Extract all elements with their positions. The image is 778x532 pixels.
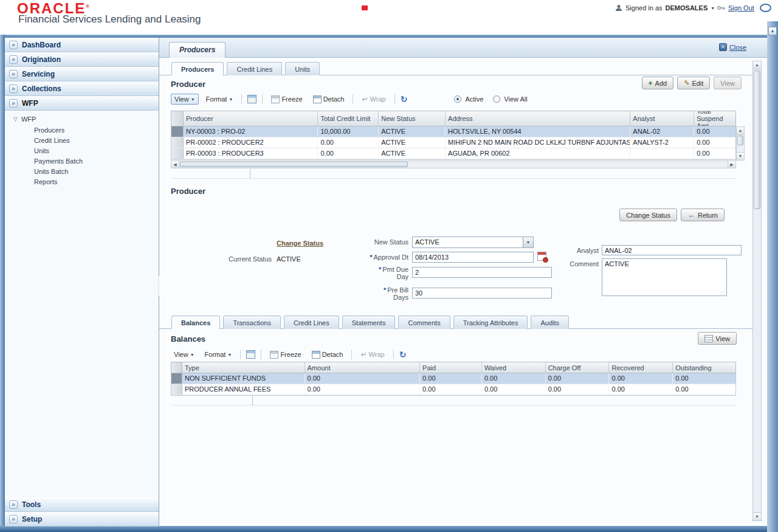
sign-out-button[interactable]: Sign Out: [717, 4, 754, 12]
grid-vertical-scrollbar[interactable]: ▲ ▼: [736, 126, 745, 161]
wrap-button[interactable]: ↵ Wrap: [357, 349, 387, 360]
resize-grip-icon[interactable]: .::: [719, 290, 725, 295]
pane-splitter[interactable]: [250, 169, 250, 179]
close-page-button[interactable]: × Close: [719, 43, 746, 51]
radio-view-all[interactable]: [493, 95, 500, 103]
tree-item-payments-batch[interactable]: Payments Batch: [5, 156, 159, 166]
col-type[interactable]: Type: [182, 362, 305, 373]
scroll-down-button[interactable]: ▼: [737, 152, 744, 160]
scrollbar-track[interactable]: [408, 161, 728, 168]
view-button[interactable]: View: [714, 77, 742, 89]
edit-button[interactable]: ✎ Edit: [677, 77, 710, 89]
sidebar-item-servicing[interactable]: » Servicing: [5, 67, 159, 81]
refresh-icon[interactable]: ↻: [399, 350, 407, 359]
balances-view-button[interactable]: View: [698, 332, 737, 345]
signed-in-menu[interactable]: Signed in as DEMOSALES ▼: [615, 4, 715, 12]
add-button[interactable]: + Add: [642, 77, 674, 89]
refresh-icon[interactable]: ↻: [401, 95, 408, 103]
analyst-input[interactable]: [602, 245, 742, 255]
sidebar-item-origination[interactable]: » Origination: [5, 52, 159, 67]
view-menu-button[interactable]: View ▼: [171, 350, 198, 359]
table-row[interactable]: PR-00003 : PRODUCER3 0.00 ACTIVE AGUADA,…: [171, 148, 735, 159]
col-new-status[interactable]: New Status: [379, 111, 446, 126]
sidebar-item-dashboard[interactable]: » DashBoard: [5, 38, 159, 52]
format-menu-button[interactable]: Format ▼: [203, 94, 236, 104]
tree-expanded-icon[interactable]: ▽: [13, 116, 18, 122]
pmt-due-day-input[interactable]: [412, 267, 552, 278]
table-row[interactable]: PR-00002 : PRODUCER2 0.00 ACTIVE MIHIFUN…: [171, 137, 735, 148]
tab-units[interactable]: Units: [285, 62, 320, 75]
window-scroll-up-button[interactable]: ▲: [768, 27, 777, 35]
sidebar-item-setup[interactable]: » Setup: [5, 512, 159, 527]
tab-credit-lines-sub[interactable]: Credit Lines: [284, 316, 339, 329]
view-menu-button[interactable]: View ▼: [171, 94, 199, 105]
table-row[interactable]: NY-00003 : PRO-02 10,000.00 ACTIVE HOLTS…: [171, 126, 735, 137]
sidebar-item-tools[interactable]: » Tools: [5, 497, 159, 512]
user-avatar-icon[interactable]: [760, 4, 771, 12]
tab-tracking-attributes[interactable]: Tracking Attributes: [453, 316, 528, 329]
col-analyst[interactable]: Analyst: [630, 111, 694, 126]
table-row[interactable]: NON SUFFICIENT FUNDS 0.00 0.00 0.00 0.00…: [171, 373, 735, 384]
col-outstanding[interactable]: Outstanding: [673, 362, 735, 373]
page-tab-producers[interactable]: Producers: [169, 42, 225, 58]
scroll-up-button[interactable]: ▲: [737, 127, 744, 135]
scrollbar-thumb[interactable]: [737, 136, 743, 145]
select-dropdown-icon[interactable]: ▼: [523, 237, 533, 247]
col-paid[interactable]: Paid: [420, 362, 482, 373]
content-scrollbar[interactable]: ▲ ▼: [752, 61, 762, 521]
grid-horizontal-scrollbar[interactable]: ◀ ▶: [171, 161, 736, 168]
col-total-credit-limit[interactable]: Total Credit Limit: [318, 111, 379, 126]
freeze-button[interactable]: Freeze: [267, 350, 304, 360]
approval-dt-input[interactable]: [412, 252, 534, 263]
tab-statements[interactable]: Statements: [342, 316, 396, 329]
calendar-icon[interactable]: [537, 252, 546, 261]
format-menu-button[interactable]: Format ▼: [202, 350, 235, 359]
row-selector[interactable]: [171, 126, 184, 137]
new-status-select[interactable]: ACTIVE ▼: [412, 237, 534, 248]
col-producer[interactable]: Producer: [184, 111, 318, 126]
col-total-suspend-amt[interactable]: Total Suspend Amt: [694, 111, 735, 126]
window-scrollbar-track[interactable]: [767, 21, 778, 532]
detach-button[interactable]: Detach: [309, 350, 346, 360]
wrap-button[interactable]: ↵ Wrap: [359, 94, 388, 105]
sidebar-item-wfp[interactable]: » WFP: [5, 96, 159, 111]
tab-credit-lines[interactable]: Credit Lines: [227, 62, 282, 75]
tab-comments[interactable]: Comments: [398, 316, 450, 329]
sidebar-item-collections[interactable]: » Collections: [5, 81, 159, 96]
return-button[interactable]: ← Return: [681, 209, 725, 221]
export-icon[interactable]: [246, 350, 255, 359]
scrollbar-thumb[interactable]: [754, 71, 760, 209]
col-waived[interactable]: Waived: [482, 362, 546, 373]
tab-transactions[interactable]: Transactions: [223, 316, 281, 329]
freeze-button[interactable]: Freeze: [268, 94, 305, 105]
tab-producers[interactable]: Producers: [171, 62, 224, 75]
tree-item-units-batch[interactable]: Units Batch: [5, 166, 159, 176]
row-selector[interactable]: [171, 373, 182, 384]
row-selector[interactable]: [171, 148, 184, 159]
tab-audits[interactable]: Audits: [531, 316, 569, 329]
tree-item-reports[interactable]: Reports: [5, 176, 159, 187]
table-row[interactable]: PRODUCER ANNUAL FEES 0.00 0.00 0.00 0.00…: [171, 384, 735, 395]
col-charge-off[interactable]: Charge Off: [546, 362, 610, 373]
pane-splitter[interactable]: [252, 396, 253, 406]
export-icon[interactable]: [247, 95, 256, 103]
tree-item-credit-lines[interactable]: Credit Lines: [5, 135, 159, 145]
row-selector[interactable]: [171, 384, 182, 395]
scrollbar-thumb[interactable]: [180, 162, 408, 167]
tree-item-units[interactable]: Units: [5, 145, 159, 156]
row-selector[interactable]: [171, 137, 184, 148]
col-address[interactable]: Address: [446, 111, 630, 126]
col-amount[interactable]: Amount: [305, 362, 421, 373]
tab-balances[interactable]: Balances: [171, 316, 220, 329]
comment-textarea[interactable]: ACTIVE .::: [602, 258, 727, 296]
pre-bill-days-input[interactable]: [412, 288, 552, 299]
detach-button[interactable]: Detach: [310, 94, 348, 105]
radio-active[interactable]: [454, 95, 461, 103]
scroll-right-button[interactable]: ▶: [728, 161, 735, 168]
scroll-up-button[interactable]: ▲: [753, 61, 761, 69]
tree-item-producers[interactable]: Producers: [5, 125, 159, 135]
scroll-left-button[interactable]: ◀: [171, 161, 179, 168]
tree-node-wfp[interactable]: ▽ WFP: [5, 114, 159, 125]
change-status-button[interactable]: Change Status: [619, 209, 677, 221]
scroll-down-button[interactable]: ▼: [753, 513, 761, 520]
